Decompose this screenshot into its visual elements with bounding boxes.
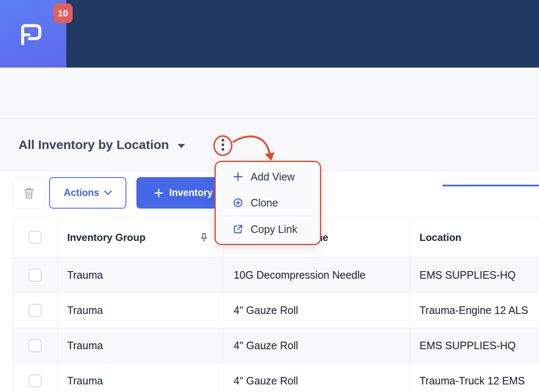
page-header: Inventory Management GLOBAL RESTOCK REQU… (0, 68, 539, 119)
row-cell-select (13, 258, 58, 293)
table-row[interactable]: Trauma 10G Decompression Needle EMS SUPP… (13, 258, 539, 293)
table-row[interactable]: Trauma 4" Gauze Roll Trauma-Truck 12 EMS (13, 363, 539, 392)
select-all-checkbox[interactable] (29, 231, 42, 244)
screen: 10 Inventory Management GLOBAL RESTOCK R… (0, 0, 539, 392)
menu-item-copy-link[interactable]: Copy Link (216, 216, 320, 242)
view-options-menu: Add View Clone Copy Link (215, 161, 321, 245)
table-row[interactable]: Trauma 4" Gauze Roll EMS SUPPLIES-HQ (13, 328, 539, 363)
plus-icon (154, 188, 163, 198)
column-header-label: Location (419, 232, 461, 243)
plus-icon (233, 171, 243, 182)
header-cell-select (13, 217, 58, 257)
row-checkbox[interactable] (29, 374, 42, 387)
menu-item-label: Clone (251, 197, 278, 209)
header-cell-inventory-group: Inventory Group (58, 217, 223, 257)
menu-item-label: Copy Link (251, 223, 297, 235)
row-cell-select (13, 293, 58, 328)
delete-button[interactable] (13, 177, 45, 209)
table-row[interactable]: Trauma 4" Gauze Roll Trauma-Engine 12 AL… (13, 293, 539, 328)
first-due-logo-icon (18, 22, 44, 46)
row-cell-select (13, 363, 58, 392)
clone-icon (233, 197, 243, 208)
top-navbar: 10 (0, 0, 539, 68)
row-cell-group: Trauma (58, 293, 223, 328)
view-title: All Inventory by Location (18, 138, 169, 152)
row-cell-location: Trauma-Engine 12 ALS (410, 293, 539, 328)
actions-button[interactable]: Actions (49, 177, 126, 209)
chevron-down-icon (104, 191, 112, 195)
add-inventory-button-label: Inventory (169, 187, 213, 199)
row-cell-location: Trauma-Truck 12 EMS (410, 363, 539, 392)
active-tab-underline (442, 185, 539, 186)
row-cell-group: Trauma (58, 363, 223, 392)
notification-badge: 10 (53, 3, 73, 23)
row-cell-name: 4" Gauze Roll (223, 363, 411, 392)
external-link-icon (233, 224, 243, 235)
row-checkbox[interactable] (29, 304, 42, 317)
trash-icon (23, 187, 35, 199)
row-cell-location: EMS SUPPLIES-HQ (410, 328, 539, 363)
pin-icon[interactable] (199, 233, 209, 243)
menu-item-clone[interactable]: Clone (216, 190, 320, 216)
header-cell-location: Location (410, 217, 539, 257)
row-checkbox[interactable] (29, 269, 42, 282)
view-selector[interactable]: All Inventory by Location (18, 119, 185, 171)
row-cell-group: Trauma (58, 258, 223, 293)
row-cell-location: EMS SUPPLIES-HQ (410, 258, 539, 293)
row-checkbox[interactable] (29, 339, 42, 352)
actions-button-label: Actions (64, 187, 99, 199)
kebab-dot (222, 144, 224, 146)
row-cell-name: 10G Decompression Needle (223, 258, 411, 293)
chevron-down-icon (178, 144, 185, 148)
menu-item-add-view[interactable]: Add View (216, 164, 320, 190)
row-cell-select (13, 328, 58, 363)
row-cell-name: 4" Gauze Roll (223, 293, 411, 328)
row-cell-group: Trauma (58, 328, 223, 363)
column-header-label: Inventory Group (67, 232, 146, 243)
kebab-dot (222, 139, 224, 141)
menu-item-label: Add View (251, 171, 295, 183)
row-cell-name: 4" Gauze Roll (223, 328, 411, 363)
kebab-dot (222, 148, 224, 151)
